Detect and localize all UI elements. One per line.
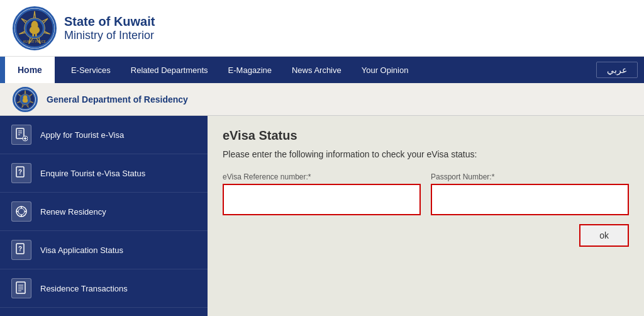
svg-rect-31 xyxy=(16,282,25,293)
nav-accent xyxy=(0,57,5,83)
svg-point-5 xyxy=(30,26,40,34)
sidebar-item-enquire-tourist[interactable]: ? Enquire Tourist e-Visa Status xyxy=(0,154,208,193)
nav-bar: Home E-Services Related Departments E-Ma… xyxy=(0,57,644,83)
passport-input[interactable] xyxy=(431,184,629,215)
nav-home[interactable]: Home xyxy=(5,57,55,83)
sidebar-item-renew-residency[interactable]: Renew Residency xyxy=(0,193,208,231)
renew-residency-icon xyxy=(11,201,31,222)
evisa-ref-label: eVisa Reference number:* xyxy=(223,172,421,181)
svg-text:KUWAIT POLICE: KUWAIT POLICE xyxy=(23,40,46,43)
sidebar: Apply for Tourist e-Visa ? Enquire Touri… xyxy=(0,116,208,316)
nav-item-related-departments[interactable]: Related Departments xyxy=(121,57,218,83)
svg-point-13 xyxy=(23,98,28,103)
header-title: State of Kuwait Ministry of Interior xyxy=(64,14,155,42)
logo-area: KUWAIT POLICE State of Kuwait Ministry o… xyxy=(13,6,155,50)
main-area: Apply for Tourist e-Visa ? Enquire Touri… xyxy=(0,116,644,316)
evisa-description: Please enter the following information t… xyxy=(223,148,629,161)
sidebar-item-residence-transactions[interactable]: Residence Transactions xyxy=(0,269,208,308)
evisa-ref-group: eVisa Reference number:* xyxy=(223,172,421,215)
evisa-title: eVisa Status xyxy=(223,128,629,143)
enquire-tourist-icon: ? xyxy=(11,163,31,183)
sidebar-item-visa-application-status[interactable]: ? Visa Application Status xyxy=(0,231,208,269)
form-row: eVisa Reference number:* Passport Number… xyxy=(223,172,629,215)
apply-tourist-evisa-icon xyxy=(11,125,31,145)
sidebar-label-residence-transactions: Residence Transactions xyxy=(40,284,128,293)
visa-application-icon: ? xyxy=(11,240,31,260)
sidebar-item-apply-tourist-evisa[interactable]: Apply for Tourist e-Visa xyxy=(0,116,208,154)
sub-header: General Department of Residency xyxy=(0,83,644,116)
svg-rect-7 xyxy=(35,33,37,37)
header: KUWAIT POLICE State of Kuwait Ministry o… xyxy=(0,0,644,57)
header-title-line2: Ministry of Interior xyxy=(64,29,155,42)
evisa-ref-input[interactable] xyxy=(223,184,421,215)
sidebar-label-apply-tourist: Apply for Tourist e-Visa xyxy=(40,130,124,140)
sidebar-label-renew-residency: Renew Residency xyxy=(40,207,106,217)
residence-transactions-icon xyxy=(11,278,31,298)
content-area: eVisa Status Please enter the following … xyxy=(208,116,644,316)
sidebar-label-visa-application: Visa Application Status xyxy=(40,245,123,255)
header-title-line1: State of Kuwait xyxy=(64,14,155,29)
nav-item-your-opinion[interactable]: Your Opinion xyxy=(352,57,419,83)
svg-rect-6 xyxy=(32,33,34,37)
form-actions: ok xyxy=(223,224,629,247)
svg-text:?: ? xyxy=(18,245,22,252)
sub-logo xyxy=(13,87,38,112)
logo-badge: KUWAIT POLICE xyxy=(13,6,57,50)
sub-header-title: General Department of Residency xyxy=(47,94,188,104)
ok-button[interactable]: ok xyxy=(579,224,629,247)
nav-item-news-archive[interactable]: News Archive xyxy=(282,57,352,83)
sidebar-label-enquire-tourist: Enquire Tourist e-Visa Status xyxy=(40,169,145,178)
nav-items: E-Services Related Departments E-Magazin… xyxy=(55,57,590,83)
passport-group: Passport Number:* xyxy=(431,172,629,215)
passport-label: Passport Number:* xyxy=(431,172,629,181)
nav-item-eservices[interactable]: E-Services xyxy=(61,57,121,83)
svg-point-24 xyxy=(18,208,25,215)
nav-item-emagazine[interactable]: E-Magazine xyxy=(218,57,282,83)
nav-arabic-button[interactable]: عربي xyxy=(596,62,638,78)
svg-text:?: ? xyxy=(18,169,22,176)
